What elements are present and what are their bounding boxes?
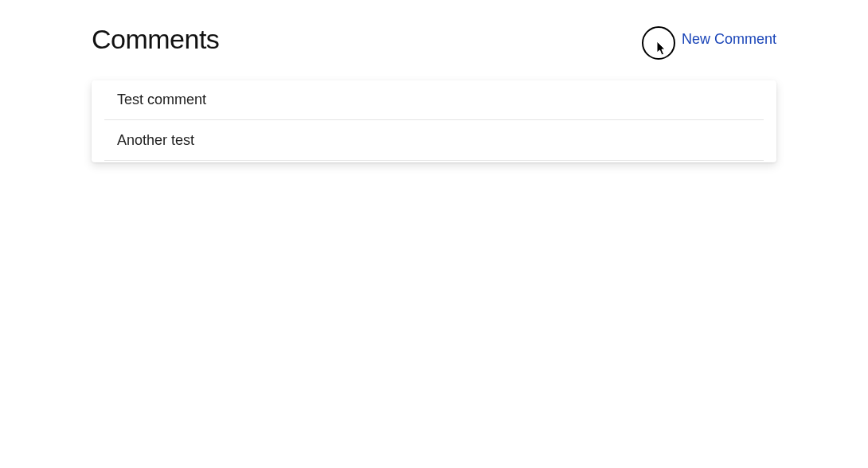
list-item[interactable]: Test comment <box>104 80 764 120</box>
comments-card: Test comment Another test <box>92 80 776 162</box>
page-header: Comments New Comment <box>0 0 868 55</box>
comment-body: Another test <box>117 132 194 148</box>
comments-list: Test comment Another test <box>92 80 776 161</box>
list-item[interactable]: Another test <box>104 120 764 161</box>
new-comment-link[interactable]: New Comment <box>682 31 776 48</box>
comment-body: Test comment <box>117 92 206 107</box>
page-title: Comments <box>92 24 219 55</box>
